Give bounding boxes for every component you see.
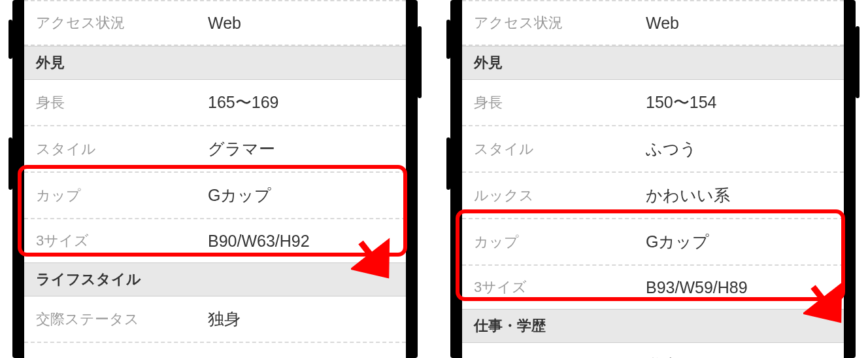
section-appearance-r: 外見 <box>462 46 844 80</box>
row-height-r[interactable]: 身長 150〜154 <box>462 80 844 126</box>
phone-right: アクセス状況 Web 外見 身長 150〜154 スタイル ふつう ルックス か… <box>450 0 856 358</box>
row-relationship[interactable]: 交際ステータス 独身 <box>24 296 406 343</box>
section-appearance: 外見 <box>24 46 406 80</box>
row-3size-r[interactable]: 3サイズ B93/W59/H89 <box>462 266 844 309</box>
row-children[interactable]: 子ども いない <box>24 343 406 358</box>
arrow-icon-left <box>351 237 402 288</box>
row-height[interactable]: 身長 165〜169 <box>24 80 406 126</box>
value-access: Web <box>208 14 241 33</box>
row-access[interactable]: アクセス状況 Web <box>24 0 406 46</box>
svg-marker-0 <box>351 237 402 288</box>
row-looks-r[interactable]: ルックス かわいい系 <box>462 173 844 219</box>
screen-right[interactable]: アクセス状況 Web 外見 身長 150〜154 スタイル ふつう ルックス か… <box>462 0 844 358</box>
row-style[interactable]: スタイル グラマー <box>24 126 406 173</box>
row-3size[interactable]: 3サイズ B90/W63/H92 <box>24 219 406 262</box>
row-access-r[interactable]: アクセス状況 Web <box>462 0 844 46</box>
screen-left[interactable]: アクセス状況 Web 外見 身長 165〜169 スタイル グラマー カップ G… <box>24 0 406 358</box>
label-access: アクセス状況 <box>36 13 208 33</box>
svg-marker-1 <box>803 281 854 332</box>
row-style-r[interactable]: スタイル ふつう <box>462 126 844 173</box>
phone-left: アクセス状況 Web 外見 身長 165〜169 スタイル グラマー カップ G… <box>12 0 418 358</box>
arrow-icon-right <box>803 281 854 332</box>
section-work-r: 仕事・学歴 <box>462 309 844 343</box>
row-cup-r[interactable]: カップ Gカップ <box>462 219 844 266</box>
row-job-r[interactable]: 職業 学生 <box>462 343 844 358</box>
row-cup[interactable]: カップ Gカップ <box>24 173 406 219</box>
section-lifestyle: ライフスタイル <box>24 262 406 296</box>
